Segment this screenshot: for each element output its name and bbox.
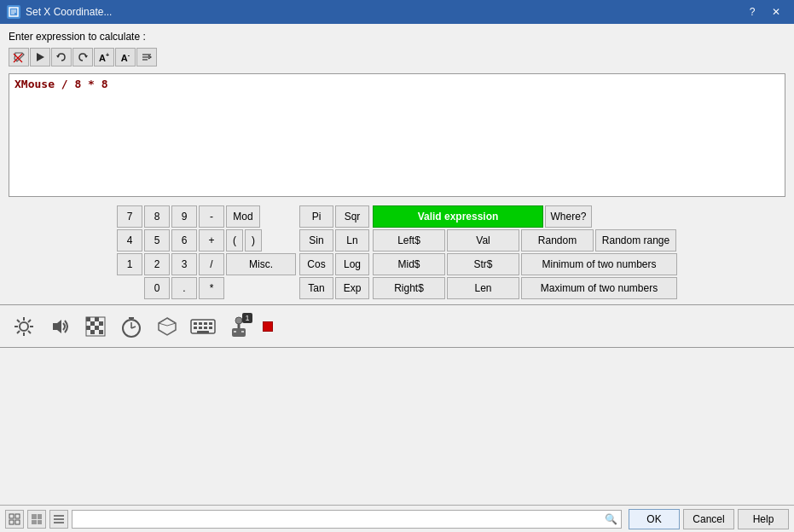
window-title: Set X Coordinate... — [26, 6, 112, 18]
decimal-point[interactable]: . — [171, 277, 197, 299]
num-8[interactable]: 8 — [144, 205, 170, 228]
icon-toolbar: 1 — [0, 305, 794, 348]
help-button[interactable]: ? — [741, 3, 763, 20]
gem-icon — [155, 315, 179, 338]
svg-rect-0 — [9, 8, 18, 16]
wrap-button[interactable] — [136, 48, 157, 66]
status-funcs: Valid expression Where? Left$ Val Random… — [373, 205, 677, 299]
content-area — [0, 348, 794, 505]
cos-button[interactable]: Cos — [299, 253, 333, 275]
svg-marker-19 — [53, 320, 61, 333]
view-small-grid-button[interactable] — [5, 510, 24, 529]
svg-rect-39 — [204, 322, 207, 325]
settings-icon — [12, 315, 36, 338]
svg-rect-40 — [209, 322, 212, 325]
bottom-action-buttons: OK Cancel Help — [629, 509, 789, 529]
redo-button[interactable] — [72, 48, 93, 66]
timer-icon-item[interactable] — [116, 311, 147, 342]
svg-rect-46 — [232, 328, 246, 337]
len-button[interactable]: Len — [447, 277, 519, 299]
gem-icon-item[interactable] — [152, 311, 183, 342]
checkerboard-icon-item[interactable] — [80, 311, 111, 342]
svg-rect-49 — [234, 331, 236, 332]
sound-icon — [48, 315, 72, 338]
font-increase-button[interactable]: A+ — [94, 48, 114, 66]
svg-marker-6 — [84, 55, 88, 58]
where-button[interactable]: Where? — [545, 205, 592, 228]
exp-button[interactable]: Exp — [335, 277, 369, 299]
sin-button[interactable]: Sin — [299, 229, 333, 252]
num-3[interactable]: 3 — [171, 253, 197, 275]
mod-button[interactable]: Mod — [226, 205, 260, 228]
view-list-button[interactable] — [49, 510, 68, 529]
keyboard-icon-item[interactable] — [188, 311, 218, 342]
svg-rect-45 — [209, 327, 212, 329]
svg-line-15 — [17, 320, 20, 322]
num-6[interactable]: 6 — [171, 229, 197, 252]
num-7[interactable]: 7 — [117, 205, 142, 228]
op-plus[interactable]: + — [199, 229, 224, 252]
mid-string-button[interactable]: Mid$ — [373, 253, 445, 275]
view-large-grid-button[interactable] — [27, 510, 46, 529]
expression-editor[interactable]: XMouse / 8 * 8 — [9, 73, 785, 197]
op-multiply[interactable]: * — [199, 277, 224, 299]
left-string-button[interactable]: Left$ — [373, 229, 445, 252]
log-button[interactable]: Log — [335, 253, 369, 275]
num-1[interactable]: 1 — [117, 253, 142, 275]
settings-icon-item[interactable] — [9, 311, 39, 342]
svg-rect-56 — [38, 514, 42, 519]
num-2[interactable]: 2 — [144, 253, 170, 275]
misc-button[interactable]: Misc. — [226, 253, 296, 275]
str-string-button[interactable]: Str$ — [447, 253, 519, 275]
right-string-button[interactable]: Right$ — [373, 277, 445, 299]
num-9[interactable]: 9 — [171, 205, 197, 228]
font-decrease-icon: A- — [121, 52, 130, 63]
pi-button[interactable]: Pi — [299, 205, 333, 228]
ok-button[interactable]: OK — [629, 509, 680, 529]
svg-marker-35 — [159, 318, 176, 326]
calculator-section: 7 8 9 - Mod 4 5 6 + ( ) 1 2 3 / Misc. — [0, 200, 794, 304]
random-range-button[interactable]: Random range — [595, 229, 676, 252]
svg-rect-28 — [99, 330, 103, 334]
svg-line-18 — [17, 331, 20, 333]
trig-section: Pi Sqr Sin Ln Cos Log Tan Exp — [299, 205, 369, 299]
expression-toolbar: A+ A- — [9, 46, 785, 68]
svg-rect-50 — [241, 331, 244, 332]
search-input[interactable] — [76, 513, 605, 525]
help-dialog-button[interactable]: Help — [738, 509, 789, 529]
paren-open[interactable]: ( — [226, 229, 243, 252]
tan-button[interactable]: Tan — [299, 277, 333, 299]
cancel-button[interactable]: Cancel — [683, 509, 734, 529]
ln-button[interactable]: Ln — [335, 229, 369, 252]
undo-button[interactable] — [51, 48, 72, 66]
random-button[interactable]: Random — [521, 229, 594, 252]
delete-button[interactable] — [9, 48, 29, 66]
val-button[interactable]: Val — [447, 229, 519, 252]
window-controls: ? ✕ — [741, 3, 787, 20]
font-increase-icon: A+ — [99, 52, 109, 63]
paren-close[interactable]: ) — [245, 229, 262, 252]
svg-rect-23 — [90, 321, 95, 326]
minimum-button[interactable]: Minimum of two numbers — [521, 253, 677, 275]
svg-rect-52 — [15, 514, 20, 518]
run-button[interactable] — [30, 48, 50, 66]
svg-marker-5 — [56, 55, 60, 58]
font-decrease-button[interactable]: A- — [115, 48, 136, 66]
wrap-icon — [141, 51, 153, 63]
sound-icon-item[interactable] — [44, 311, 75, 342]
joystick-icon-item[interactable]: 1 — [223, 311, 254, 342]
svg-marker-4 — [37, 53, 44, 61]
op-divide[interactable]: / — [199, 253, 224, 275]
red-square-icon — [263, 321, 273, 332]
num-0[interactable]: 0 — [144, 277, 170, 299]
close-button[interactable]: ✕ — [765, 3, 787, 20]
svg-rect-25 — [86, 326, 90, 330]
num-5[interactable]: 5 — [144, 229, 170, 252]
sqr-button[interactable]: Sqr — [335, 205, 369, 228]
maximum-button[interactable]: Maximum of two numbers — [521, 277, 677, 299]
op-minus[interactable]: - — [199, 205, 224, 228]
svg-rect-36 — [191, 320, 215, 333]
svg-rect-57 — [32, 520, 37, 524]
num-4[interactable]: 4 — [117, 229, 142, 252]
top-section: Enter expression to calculate : — [0, 24, 794, 200]
